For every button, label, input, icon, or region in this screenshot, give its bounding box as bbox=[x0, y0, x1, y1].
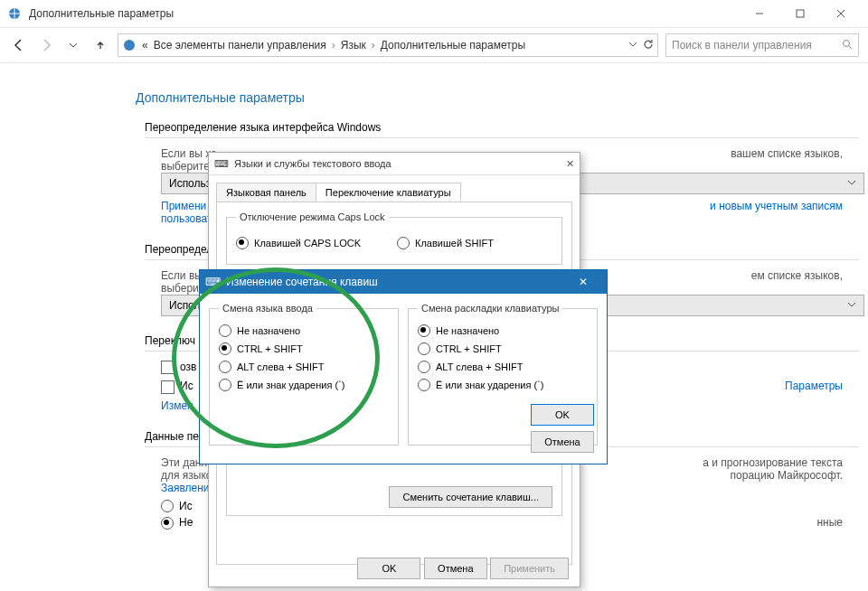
history-dropdown-icon[interactable] bbox=[628, 39, 637, 52]
radio-alt-shift[interactable] bbox=[219, 361, 231, 373]
chevron-right-icon: › bbox=[372, 39, 375, 52]
capslock-fieldset: Отключение режима Caps Lock Клавишей CAP… bbox=[226, 211, 562, 265]
section-text: а и прогнозирование текста bbox=[703, 456, 843, 469]
radio[interactable] bbox=[161, 500, 174, 512]
section-text: для языко bbox=[161, 469, 212, 482]
dialog-titlebar[interactable]: ⌨ Языки и службы текстового ввода ✕ bbox=[209, 153, 580, 175]
options-link[interactable]: Параметры bbox=[785, 380, 843, 392]
radio-label: Ё или знак ударения (`) bbox=[237, 380, 344, 390]
apply-link-tail[interactable]: и новым учетным записям bbox=[710, 200, 843, 212]
breadcrumb-item[interactable]: Язык bbox=[341, 39, 366, 52]
checkbox-label: Ис bbox=[180, 380, 193, 392]
refresh-icon[interactable] bbox=[643, 39, 654, 52]
radio-ctrl-shift[interactable] bbox=[219, 342, 231, 355]
radio-label: Клавишей CAPS LOCK bbox=[254, 238, 361, 249]
breadcrumb-item[interactable]: Все элементы панели управления bbox=[154, 39, 326, 52]
fieldset-legend: Смена языка ввода bbox=[219, 303, 316, 314]
change-hotkey-button[interactable]: Сменить сочетание клавиш... bbox=[389, 486, 552, 508]
section-ui-language-label: Переопределение языка интерфейса Windows bbox=[145, 121, 868, 134]
radio-label: Ё или знак ударения (`) bbox=[436, 380, 543, 390]
forward-button[interactable] bbox=[36, 35, 56, 55]
chevron-down-icon bbox=[847, 299, 856, 312]
dialog-title: Изменение сочетания клавиш bbox=[226, 276, 378, 288]
fieldset-legend: Отключение режима Caps Lock bbox=[236, 211, 389, 222]
minimize-button[interactable] bbox=[739, 1, 779, 26]
cancel-button[interactable]: Отмена bbox=[424, 558, 487, 579]
radio-label: Клавишей SHIFT bbox=[415, 238, 494, 249]
chevron-down-icon bbox=[847, 177, 856, 190]
checkbox-label: озв bbox=[180, 361, 196, 373]
radio-label: Ис bbox=[179, 500, 193, 512]
section-text: порацию Майкрософт. bbox=[731, 469, 843, 482]
svg-rect-2 bbox=[797, 10, 804, 17]
svg-point-5 bbox=[124, 40, 135, 51]
dialog-titlebar[interactable]: ⌨ Изменение сочетания клавиш ✕ bbox=[200, 270, 607, 294]
chevron-right-icon: › bbox=[332, 39, 335, 52]
radio-capslock-key[interactable] bbox=[236, 237, 249, 249]
change-link[interactable]: Измен bbox=[161, 399, 196, 412]
section-text: ем списке языков, bbox=[751, 269, 843, 282]
up-button[interactable] bbox=[90, 35, 110, 55]
radio-label: Не назначено bbox=[237, 325, 300, 336]
svg-point-6 bbox=[844, 40, 850, 46]
dialog-title: Языки и службы текстового ввода bbox=[234, 158, 392, 169]
ok-button[interactable]: OK bbox=[357, 558, 420, 579]
radio-label: Не назначено bbox=[436, 325, 499, 336]
apply-button[interactable]: Применить bbox=[490, 558, 569, 579]
tab-language-bar[interactable]: Языковая панель bbox=[216, 183, 316, 202]
maximize-button[interactable] bbox=[779, 1, 820, 26]
radio-ctrl-shift[interactable] bbox=[418, 342, 430, 355]
breadcrumb-bar[interactable]: « Все элементы панели управления › Язык … bbox=[118, 33, 658, 57]
radio-label: Не bbox=[179, 516, 193, 529]
section-text: вашем списке языков, bbox=[731, 147, 843, 160]
window-icon bbox=[7, 6, 22, 21]
breadcrumb-root[interactable]: « bbox=[142, 39, 148, 52]
section-text: Если вы bbox=[161, 269, 203, 282]
change-hotkey-dialog: ⌨ Изменение сочетания клавиш ✕ Смена язы… bbox=[199, 269, 608, 464]
ok-button[interactable]: OK bbox=[531, 404, 594, 426]
breadcrumb-icon bbox=[122, 38, 137, 52]
radio-label: ALT слева + SHIFT bbox=[436, 361, 523, 372]
page-heading: Дополнительные параметры bbox=[136, 90, 868, 105]
svg-line-7 bbox=[849, 46, 852, 49]
radio-label: ALT слева + SHIFT bbox=[237, 361, 324, 372]
checkbox[interactable] bbox=[161, 380, 175, 394]
radio-shift-key[interactable] bbox=[397, 237, 410, 249]
search-icon bbox=[842, 39, 853, 52]
apply-link[interactable]: Примени bbox=[161, 200, 206, 212]
cancel-button[interactable]: Отмена bbox=[531, 431, 594, 453]
checkbox[interactable] bbox=[161, 361, 175, 374]
radio-none[interactable] bbox=[418, 324, 430, 337]
close-icon[interactable]: ✕ bbox=[566, 158, 574, 170]
radio-grave[interactable] bbox=[219, 379, 231, 391]
breadcrumb-item[interactable]: Дополнительные параметры bbox=[381, 39, 525, 52]
close-button[interactable] bbox=[820, 1, 861, 26]
window-titlebar: Дополнительные параметры bbox=[0, 0, 868, 28]
radio-alt-shift[interactable] bbox=[418, 361, 430, 373]
close-icon[interactable]: ✕ bbox=[565, 273, 601, 291]
recent-dropdown[interactable] bbox=[63, 35, 83, 55]
fieldset-legend: Смена раскладки клавиатуры bbox=[418, 303, 562, 314]
combo-value: Испол bbox=[169, 299, 201, 312]
back-button[interactable] bbox=[9, 35, 29, 55]
keyboard-icon: ⌨ bbox=[214, 158, 229, 170]
radio-label: CTRL + SHIFT bbox=[237, 343, 303, 354]
tab-keyboard-switch[interactable]: Переключение клавиатуры bbox=[316, 183, 461, 202]
radio-grave[interactable] bbox=[418, 379, 430, 391]
input-language-fieldset: Смена языка ввода Не назначено CTRL + SH… bbox=[209, 303, 399, 446]
radio-label: CTRL + SHIFT bbox=[436, 343, 502, 354]
search-placeholder: Поиск в панели управления bbox=[672, 39, 812, 52]
search-input[interactable]: Поиск в панели управления bbox=[665, 33, 859, 57]
window-title: Дополнительные параметры bbox=[29, 7, 174, 20]
radio[interactable] bbox=[161, 517, 174, 530]
section-text: нные bbox=[816, 516, 843, 530]
explorer-toolbar: « Все элементы панели управления › Язык … bbox=[0, 28, 868, 63]
keyboard-icon: ⌨ bbox=[205, 276, 221, 288]
radio-none[interactable] bbox=[219, 324, 231, 337]
